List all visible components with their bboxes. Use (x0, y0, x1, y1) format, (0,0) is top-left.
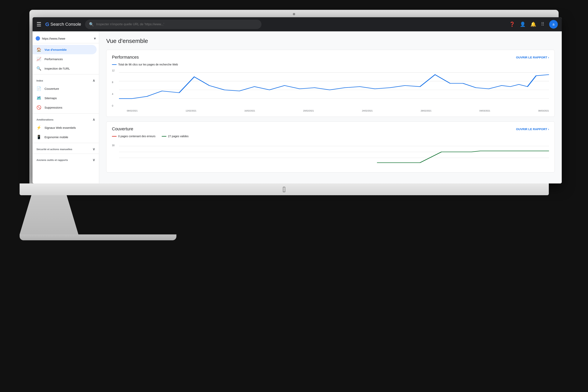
apple-logo:  (283, 186, 286, 193)
page-title: Vue d'ensemble (106, 38, 555, 44)
grid-icon[interactable]: ⠿ (541, 22, 544, 27)
card-performances-title: Performances (112, 55, 139, 60)
search-icon: 🔍 (89, 22, 94, 27)
sidebar-item-sitemaps[interactable]: 🗺️ Sitemaps (32, 93, 97, 103)
nav-label-performances: Performances (44, 58, 63, 61)
imac-chin:  (20, 184, 549, 195)
main-content: Vue d'ensemble Performances OUVRIR LE RA… (99, 31, 562, 184)
couverture-legend-valid: 27 pages valides (162, 135, 188, 138)
avatar[interactable]: a (549, 20, 558, 28)
sidebar-item-vue-ensemble[interactable]: 🏠 Vue d'ensemble (32, 45, 97, 54)
card-couverture: Couverture OUVRIR LE RAPPORT › 0 pages c… (106, 122, 555, 172)
search-bar[interactable]: 🔍 (85, 20, 262, 29)
nav-label-sitemaps: Sitemaps (44, 96, 57, 100)
chart-perf-area (119, 69, 549, 108)
performances-legend-text: Total de 96 clics sur les pages de reche… (118, 63, 178, 66)
couverture-legend-errors: 0 pages contenant des erreurs (112, 135, 156, 138)
top-bar-actions: ❓ 👤 🔔 ⠿ a (509, 20, 558, 28)
signaux-web-icon: ⚡ (36, 125, 41, 130)
legend-line-red (112, 136, 116, 136)
inspect-url-icon: 🔍 (36, 66, 41, 71)
nav-label-ergonomie: Ergonomie mobile (44, 136, 68, 139)
suppressions-icon: 🚫 (36, 105, 41, 110)
sidebar-item-ergonomie-mobile[interactable]: 📱 Ergonomie mobile (32, 132, 97, 142)
chart-perf-x-labels: 08/02/2021 12/02/2021 16/02/2021 20/02/2… (119, 108, 549, 112)
legend-line-blue (112, 64, 116, 65)
legend-line-green (162, 136, 166, 136)
section-index-header[interactable]: Index ∧ (32, 76, 99, 84)
site-selector[interactable]: https://www.//wwe ▾ (32, 34, 99, 43)
couverture-legend-valid-text: 27 pages valides (168, 135, 188, 138)
performances-legend: Total de 96 clics sur les pages de reche… (112, 63, 549, 66)
top-bar: ☰ G Search Console 🔍 ❓ 👤 🔔 ⠿ a (32, 17, 562, 31)
couverture-chevron-right-icon: › (548, 128, 549, 131)
app-window: ☰ G Search Console 🔍 ❓ 👤 🔔 ⠿ a (32, 17, 562, 184)
chart-perf-y-labels: 12 8 4 0 (112, 69, 114, 112)
main-layout: https://www.//wwe ▾ 🏠 Vue d'ensemble 📈 P… (32, 31, 562, 184)
imac-stand-neck (20, 195, 78, 234)
card-couverture-title: Couverture (112, 126, 133, 132)
card-performances-action[interactable]: OUVRIR LE RAPPORT › (516, 56, 549, 59)
sitemaps-icon: 🗺️ (36, 96, 41, 100)
chevron-right-icon: › (548, 56, 549, 59)
chart-couverture-svg (119, 144, 549, 164)
logo-area: G Search Console (45, 21, 81, 28)
couverture-icon: 📄 (36, 86, 41, 91)
sidebar-item-couverture[interactable]: 📄 Couverture (32, 84, 97, 93)
sidebar-item-inspection-url[interactable]: 🔍 Inspection de l'URL (32, 64, 97, 73)
menu-icon[interactable]: ☰ (36, 21, 41, 28)
section-ameliorations-chevron: ∧ (92, 118, 95, 122)
user-accounts-icon[interactable]: 👤 (520, 22, 526, 27)
section-securite-header[interactable]: Sécurité et actions manuelles ∨ (32, 144, 99, 152)
card-performances-header: Performances OUVRIR LE RAPPORT › (106, 50, 554, 63)
section-index-chevron: ∧ (92, 78, 95, 83)
imac-stand-base (20, 234, 176, 240)
section-anciens-outils-header[interactable]: Anciens outils et rapports ∨ (32, 155, 99, 163)
app-title: Search Console (50, 22, 81, 27)
nav-label-suppressions: Suppressions (44, 106, 62, 109)
section-securite-chevron: ∨ (92, 147, 95, 151)
card-couverture-header: Couverture OUVRIR LE RAPPORT › (106, 122, 554, 135)
site-chevron-icon: ▾ (94, 36, 96, 41)
card-couverture-body: 0 pages contenant des erreurs 27 pages v… (106, 135, 554, 172)
sidebar-item-performances[interactable]: 📈 Performances (32, 54, 97, 64)
sidebar-item-suppressions[interactable]: 🚫 Suppressions (32, 103, 97, 112)
chart-perf-svg (119, 69, 549, 108)
sidebar-item-signaux-web[interactable]: ⚡ Signaux Web essentiels (32, 123, 97, 132)
card-couverture-action[interactable]: OUVRIR LE RAPPORT › (516, 128, 549, 131)
section-anciens-outils-chevron: ∨ (92, 158, 95, 162)
bell-icon[interactable]: 🔔 (530, 22, 536, 27)
sidebar: https://www.//wwe ▾ 🏠 Vue d'ensemble 📈 P… (32, 31, 99, 184)
ergonomie-mobile-icon: 📱 (36, 135, 41, 139)
card-performances-body: Total de 96 clics sur les pages de reche… (106, 63, 554, 116)
nav-divider-1 (32, 74, 99, 74)
camera-dot (293, 13, 295, 15)
card-performances: Performances OUVRIR LE RAPPORT › Total d… (106, 50, 555, 117)
site-url: https://www.//wwe (42, 37, 92, 40)
google-g-letter: G (45, 21, 49, 28)
couverture-legend-errors-text: 0 pages contenant des erreurs (118, 135, 156, 138)
section-ameliorations-header[interactable]: Améliorations ∧ (32, 115, 99, 123)
home-icon: 🏠 (36, 47, 41, 52)
nav-label-inspection: Inspection de l'URL (44, 67, 70, 70)
help-icon[interactable]: ❓ (509, 22, 515, 27)
search-input[interactable] (96, 22, 258, 26)
nav-label-signaux-web: Signaux Web essentiels (44, 126, 76, 129)
nav-label-couverture: Couverture (44, 87, 59, 90)
site-favicon (36, 36, 40, 40)
nav-divider-2 (32, 113, 99, 114)
nav-label-vue-ensemble: Vue d'ensemble (44, 48, 67, 51)
performances-icon: 📈 (36, 57, 41, 61)
